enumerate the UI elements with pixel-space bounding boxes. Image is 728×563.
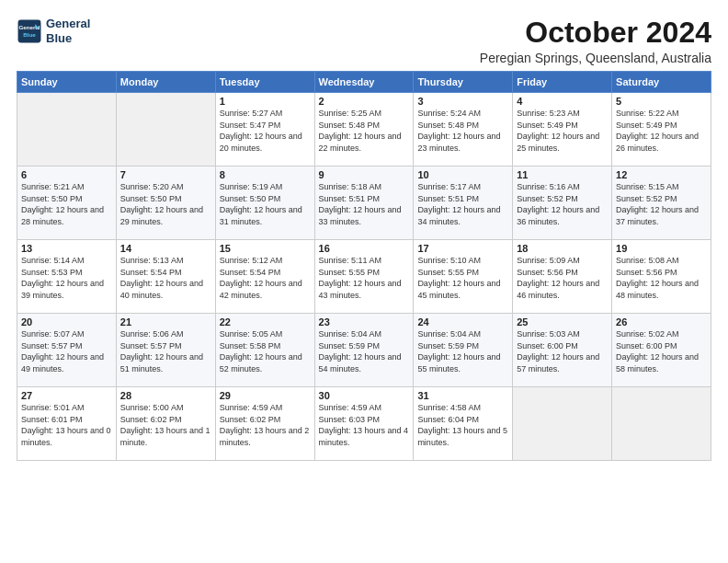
calendar-cell: 7Sunrise: 5:20 AMSunset: 5:50 PMDaylight… [116, 167, 215, 240]
day-number: 7 [120, 169, 211, 180]
day-number: 18 [517, 243, 608, 254]
logo-icon: General Blue [17, 18, 42, 44]
day-info: Sunrise: 5:10 AMSunset: 5:55 PMDaylight:… [417, 255, 508, 301]
calendar-cell: 1Sunrise: 5:27 AMSunset: 5:47 PMDaylight… [215, 93, 314, 167]
day-info: Sunrise: 5:15 AMSunset: 5:52 PMDaylight:… [616, 181, 707, 227]
day-info: Sunrise: 5:12 AMSunset: 5:54 PMDaylight:… [220, 255, 311, 301]
calendar-cell [513, 387, 612, 461]
day-info: Sunrise: 5:07 AMSunset: 5:57 PMDaylight:… [21, 328, 112, 374]
calendar-cell: 21Sunrise: 5:06 AMSunset: 5:57 PMDayligh… [116, 314, 215, 387]
day-info: Sunrise: 5:23 AMSunset: 5:49 PMDaylight:… [517, 108, 608, 154]
day-info: Sunrise: 4:59 AMSunset: 6:03 PMDaylight:… [319, 402, 410, 448]
calendar-header-row: Sunday Monday Tuesday Wednesday Thursday… [17, 72, 711, 93]
day-number: 4 [517, 96, 608, 107]
day-info: Sunrise: 5:19 AMSunset: 5:50 PMDaylight:… [220, 181, 311, 227]
calendar-cell: 15Sunrise: 5:12 AMSunset: 5:54 PMDayligh… [215, 240, 314, 314]
day-number: 10 [417, 169, 508, 180]
logo-text: General Blue [46, 17, 90, 45]
calendar-cell [116, 93, 215, 167]
col-tuesday: Tuesday [215, 72, 314, 93]
day-info: Sunrise: 5:04 AMSunset: 5:59 PMDaylight:… [417, 328, 508, 374]
calendar-cell [612, 387, 711, 461]
day-number: 9 [319, 169, 410, 180]
day-info: Sunrise: 5:13 AMSunset: 5:54 PMDaylight:… [120, 255, 211, 301]
day-number: 12 [616, 169, 707, 180]
col-sunday: Sunday [17, 72, 117, 93]
day-number: 30 [319, 390, 410, 401]
day-number: 16 [319, 243, 410, 254]
calendar-cell: 19Sunrise: 5:08 AMSunset: 5:56 PMDayligh… [612, 240, 711, 314]
page: General Blue General Blue October 2024 P… [0, 0, 728, 563]
day-info: Sunrise: 5:21 AMSunset: 5:50 PMDaylight:… [21, 181, 112, 227]
day-number: 27 [21, 390, 112, 401]
calendar-cell: 8Sunrise: 5:19 AMSunset: 5:50 PMDaylight… [215, 167, 314, 240]
day-number: 22 [220, 316, 311, 327]
calendar-cell: 10Sunrise: 5:17 AMSunset: 5:51 PMDayligh… [414, 167, 513, 240]
day-info: Sunrise: 5:06 AMSunset: 5:57 PMDaylight:… [120, 328, 211, 374]
day-number: 5 [616, 96, 707, 107]
day-info: Sunrise: 5:00 AMSunset: 6:02 PMDaylight:… [120, 402, 211, 448]
day-info: Sunrise: 5:02 AMSunset: 6:00 PMDaylight:… [616, 328, 707, 374]
calendar-cell: 13Sunrise: 5:14 AMSunset: 5:53 PMDayligh… [17, 240, 117, 314]
calendar-table: Sunday Monday Tuesday Wednesday Thursday… [17, 71, 711, 461]
day-number: 2 [319, 96, 410, 107]
calendar-cell: 5Sunrise: 5:22 AMSunset: 5:49 PMDaylight… [612, 93, 711, 167]
calendar-cell: 31Sunrise: 4:58 AMSunset: 6:04 PMDayligh… [414, 387, 513, 461]
calendar-cell: 3Sunrise: 5:24 AMSunset: 5:48 PMDaylight… [414, 93, 513, 167]
day-number: 20 [21, 316, 112, 327]
logo-line2: Blue [46, 31, 90, 46]
day-info: Sunrise: 4:59 AMSunset: 6:02 PMDaylight:… [220, 402, 311, 448]
day-number: 29 [220, 390, 311, 401]
col-thursday: Thursday [414, 72, 513, 93]
calendar-cell: 30Sunrise: 4:59 AMSunset: 6:03 PMDayligh… [314, 387, 414, 461]
svg-text:Blue: Blue [23, 31, 36, 38]
day-number: 21 [120, 316, 211, 327]
calendar-week-row-5: 27Sunrise: 5:01 AMSunset: 6:01 PMDayligh… [17, 387, 711, 461]
day-number: 31 [417, 390, 508, 401]
day-info: Sunrise: 5:01 AMSunset: 6:01 PMDaylight:… [21, 402, 112, 448]
calendar-cell: 2Sunrise: 5:25 AMSunset: 5:48 PMDaylight… [314, 93, 414, 167]
day-info: Sunrise: 5:20 AMSunset: 5:50 PMDaylight:… [120, 181, 211, 227]
calendar-cell: 23Sunrise: 5:04 AMSunset: 5:59 PMDayligh… [314, 314, 414, 387]
header: General Blue General Blue October 2024 P… [17, 17, 711, 65]
col-wednesday: Wednesday [314, 72, 414, 93]
day-number: 1 [220, 96, 311, 107]
logo: General Blue General Blue [17, 17, 90, 45]
calendar-week-row-2: 6Sunrise: 5:21 AMSunset: 5:50 PMDaylight… [17, 167, 711, 240]
calendar-week-row-3: 13Sunrise: 5:14 AMSunset: 5:53 PMDayligh… [17, 240, 711, 314]
calendar-cell: 17Sunrise: 5:10 AMSunset: 5:55 PMDayligh… [414, 240, 513, 314]
calendar-week-row-4: 20Sunrise: 5:07 AMSunset: 5:57 PMDayligh… [17, 314, 711, 387]
calendar-week-row-1: 1Sunrise: 5:27 AMSunset: 5:47 PMDaylight… [17, 93, 711, 167]
day-info: Sunrise: 5:24 AMSunset: 5:48 PMDaylight:… [417, 108, 508, 154]
calendar-cell: 12Sunrise: 5:15 AMSunset: 5:52 PMDayligh… [612, 167, 711, 240]
day-info: Sunrise: 5:05 AMSunset: 5:58 PMDaylight:… [220, 328, 311, 374]
day-info: Sunrise: 5:27 AMSunset: 5:47 PMDaylight:… [220, 108, 311, 154]
day-number: 3 [417, 96, 508, 107]
day-info: Sunrise: 5:03 AMSunset: 6:00 PMDaylight:… [517, 328, 608, 374]
col-monday: Monday [116, 72, 215, 93]
day-info: Sunrise: 5:18 AMSunset: 5:51 PMDaylight:… [319, 181, 410, 227]
calendar-cell: 6Sunrise: 5:21 AMSunset: 5:50 PMDaylight… [17, 167, 117, 240]
calendar-cell: 11Sunrise: 5:16 AMSunset: 5:52 PMDayligh… [513, 167, 612, 240]
calendar-cell: 18Sunrise: 5:09 AMSunset: 5:56 PMDayligh… [513, 240, 612, 314]
day-number: 19 [616, 243, 707, 254]
day-number: 13 [21, 243, 112, 254]
col-saturday: Saturday [612, 72, 711, 93]
day-info: Sunrise: 5:17 AMSunset: 5:51 PMDaylight:… [417, 181, 508, 227]
location-title: Peregian Springs, Queensland, Australia [480, 51, 711, 65]
col-friday: Friday [513, 72, 612, 93]
day-info: Sunrise: 5:09 AMSunset: 5:56 PMDaylight:… [517, 255, 608, 301]
calendar-cell: 27Sunrise: 5:01 AMSunset: 6:01 PMDayligh… [17, 387, 117, 461]
day-info: Sunrise: 4:58 AMSunset: 6:04 PMDaylight:… [417, 402, 508, 448]
calendar-cell: 16Sunrise: 5:11 AMSunset: 5:55 PMDayligh… [314, 240, 414, 314]
day-info: Sunrise: 5:16 AMSunset: 5:52 PMDaylight:… [517, 181, 608, 227]
day-info: Sunrise: 5:14 AMSunset: 5:53 PMDaylight:… [21, 255, 112, 301]
day-number: 26 [616, 316, 707, 327]
day-info: Sunrise: 5:11 AMSunset: 5:55 PMDaylight:… [319, 255, 410, 301]
day-number: 8 [220, 169, 311, 180]
logo-line1: General [46, 17, 90, 31]
calendar-cell: 22Sunrise: 5:05 AMSunset: 5:58 PMDayligh… [215, 314, 314, 387]
calendar-cell: 24Sunrise: 5:04 AMSunset: 5:59 PMDayligh… [414, 314, 513, 387]
day-number: 6 [21, 169, 112, 180]
day-number: 15 [220, 243, 311, 254]
